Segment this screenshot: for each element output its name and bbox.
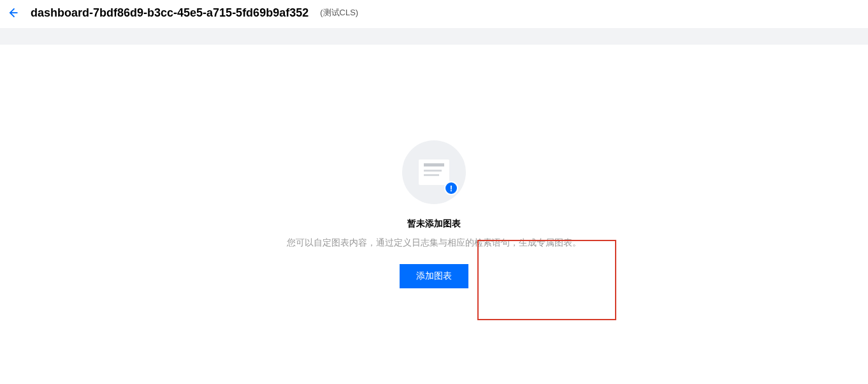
empty-state-description: 您可以自定图表内容，通过定义日志集与相应的检索语句，生成专属图表。 [287,237,581,249]
empty-state-title: 暂未添加图表 [407,218,461,230]
page-subtitle: (测试CLS) [320,7,358,18]
empty-chart-icon: ! [402,140,466,204]
info-badge-icon: ! [444,181,458,195]
add-chart-button[interactable]: 添加图表 [400,264,468,288]
back-arrow-icon[interactable] [5,5,20,20]
content-area: ! 暂未添加图表 您可以自定图表内容，通过定义日志集与相应的检索语句，生成专属图… [0,45,868,380]
add-chart-button-label: 添加图表 [416,270,452,282]
header-bar: dashboard-7bdf86d9-b3cc-45e5-a715-5fd69b… [0,0,868,28]
toolbar-strip [0,28,868,45]
page-title: dashboard-7bdf86d9-b3cc-45e5-a715-5fd69b… [31,6,308,20]
empty-state: ! 暂未添加图表 您可以自定图表内容，通过定义日志集与相应的检索语句，生成专属图… [243,140,625,288]
